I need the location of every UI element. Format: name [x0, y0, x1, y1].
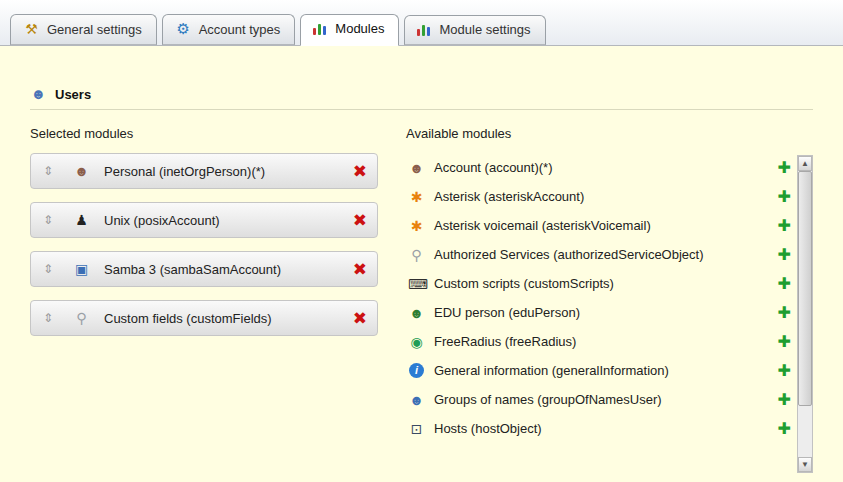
add-module-button[interactable]: ✚	[778, 421, 791, 437]
asterisk-icon: ✱	[408, 218, 425, 234]
bar	[422, 25, 425, 36]
add-module-button[interactable]: ✚	[778, 334, 791, 350]
info-icon: i	[409, 363, 424, 378]
module-label: Hosts (hostObject)	[434, 421, 772, 436]
bar	[318, 24, 321, 35]
remove-module-button[interactable]: ✖	[353, 212, 367, 229]
available-module-row: ☻ Account (account)(*) ✚	[406, 153, 797, 182]
add-module-button[interactable]: ✚	[778, 218, 791, 234]
module-label: Asterisk voicemail (asteriskVoicemail)	[434, 218, 772, 233]
user-icon: ☻	[30, 86, 47, 102]
graduate-icon: ☻	[408, 305, 425, 321]
add-module-button[interactable]: ✚	[778, 247, 791, 263]
module-label: Groups of names (groupOfNamesUser)	[434, 392, 772, 407]
tab-module-settings[interactable]: Module settings	[404, 15, 545, 45]
module-label: Authorized Services (authorizedServiceOb…	[434, 247, 772, 262]
selected-module-row[interactable]: ⇕ ☻ Personal (inetOrgPerson)(*) ✖	[30, 153, 378, 189]
module-label: General information (generalInformation)	[434, 363, 772, 378]
available-module-row: ✱ Asterisk voicemail (asteriskVoicemail)…	[406, 211, 797, 240]
computer-icon: ⊡	[408, 421, 425, 437]
vertical-scrollbar[interactable]: ▲ ▼	[797, 155, 813, 473]
available-module-row: ⚲ Authorized Services (authorizedService…	[406, 240, 797, 269]
wrench-icon: ⚒	[23, 21, 40, 37]
add-module-button[interactable]: ✚	[778, 189, 791, 205]
selected-modules-heading: Selected modules	[30, 126, 378, 141]
available-modules-heading: Available modules	[406, 126, 797, 141]
add-module-button[interactable]: ✚	[778, 276, 791, 292]
tab-general-settings[interactable]: ⚒ General settings	[10, 14, 157, 45]
keys-icon: ⚲	[73, 310, 90, 326]
module-label: Account (account)(*)	[434, 160, 772, 175]
selected-module-row[interactable]: ⇕ ▣ Samba 3 (sambaSamAccount) ✖	[30, 251, 378, 287]
module-label: Asterisk (asteriskAccount)	[434, 189, 772, 204]
terminal-icon: ⌨	[408, 276, 425, 292]
tab-modules[interactable]: Modules	[300, 14, 399, 46]
person-icon: ☻	[73, 163, 90, 179]
bar	[417, 29, 420, 36]
section-title: Users	[55, 87, 91, 102]
scroll-up-button[interactable]: ▲	[798, 156, 812, 171]
add-module-button[interactable]: ✚	[778, 305, 791, 321]
module-label: Custom fields (customFields)	[104, 311, 353, 326]
tab-account-types[interactable]: ⚙ Account types	[162, 14, 296, 45]
selected-module-row[interactable]: ⇕ ♟ Unix (posixAccount) ✖	[30, 202, 378, 238]
drag-handle-icon[interactable]: ⇕	[39, 262, 57, 276]
available-module-row: ⌨ Custom scripts (customScripts) ✚	[406, 269, 797, 298]
scrollbar-track[interactable]	[798, 171, 812, 457]
module-label: Custom scripts (customScripts)	[434, 276, 772, 291]
modules-panel: ☻ Users Selected modules ⇕ ☻ Personal (i…	[0, 46, 843, 473]
signal-icon: ◉	[408, 334, 425, 350]
modules-columns: Selected modules ⇕ ☻ Personal (inetOrgPe…	[30, 126, 813, 473]
drag-handle-icon[interactable]: ⇕	[39, 311, 57, 325]
asterisk-icon: ✱	[408, 189, 425, 205]
keys-icon: ⚲	[408, 247, 425, 263]
divider	[30, 109, 813, 110]
drag-handle-icon[interactable]: ⇕	[39, 213, 57, 227]
modules-icon	[313, 23, 328, 35]
samba-icon: ▣	[73, 261, 90, 277]
add-module-button[interactable]: ✚	[778, 160, 791, 176]
tab-label: General settings	[47, 22, 142, 37]
remove-module-button[interactable]: ✖	[353, 310, 367, 327]
selected-modules-column: Selected modules ⇕ ☻ Personal (inetOrgPe…	[30, 126, 378, 473]
module-label: Personal (inetOrgPerson)(*)	[104, 164, 353, 179]
group-icon: ☻	[408, 392, 425, 408]
tab-bar: ⚒ General settings ⚙ Account types Modul…	[0, 0, 843, 46]
bar	[313, 28, 316, 35]
module-label: EDU person (eduPerson)	[434, 305, 772, 320]
available-module-row: ⊡ Hosts (hostObject) ✚	[406, 414, 797, 443]
tab-label: Account types	[199, 22, 281, 37]
available-module-row: ☻ EDU person (eduPerson) ✚	[406, 298, 797, 327]
penguin-icon: ♟	[73, 212, 90, 228]
available-modules-column: Available modules ☻ Account (account)(*)…	[406, 126, 813, 473]
tab-label: Module settings	[439, 22, 530, 37]
module-label: FreeRadius (freeRadius)	[434, 334, 772, 349]
modules-icon	[417, 24, 432, 36]
remove-module-button[interactable]: ✖	[353, 163, 367, 180]
drag-handle-icon[interactable]: ⇕	[39, 164, 57, 178]
module-label: Samba 3 (sambaSamAccount)	[104, 262, 353, 277]
tab-label: Modules	[335, 21, 384, 36]
selected-module-row[interactable]: ⇕ ⚲ Custom fields (customFields) ✖	[30, 300, 378, 336]
available-module-row: ◉ FreeRadius (freeRadius) ✚	[406, 327, 797, 356]
module-label: Unix (posixAccount)	[104, 213, 353, 228]
gear-icon: ⚙	[175, 21, 192, 37]
bar	[427, 27, 430, 36]
users-section-header: ☻ Users	[30, 86, 813, 102]
add-module-button[interactable]: ✚	[778, 363, 791, 379]
bar	[323, 26, 326, 35]
available-module-row: ☻ Groups of names (groupOfNamesUser) ✚	[406, 385, 797, 414]
available-module-row: ✱ Asterisk (asteriskAccount) ✚	[406, 182, 797, 211]
available-module-row: i General information (generalInformatio…	[406, 356, 797, 385]
scrollbar-thumb[interactable]	[798, 171, 812, 406]
scroll-down-button[interactable]: ▼	[798, 457, 812, 472]
add-module-button[interactable]: ✚	[778, 392, 791, 408]
available-modules-list: Available modules ☻ Account (account)(*)…	[406, 126, 797, 473]
remove-module-button[interactable]: ✖	[353, 261, 367, 278]
person-icon: ☻	[408, 160, 425, 176]
